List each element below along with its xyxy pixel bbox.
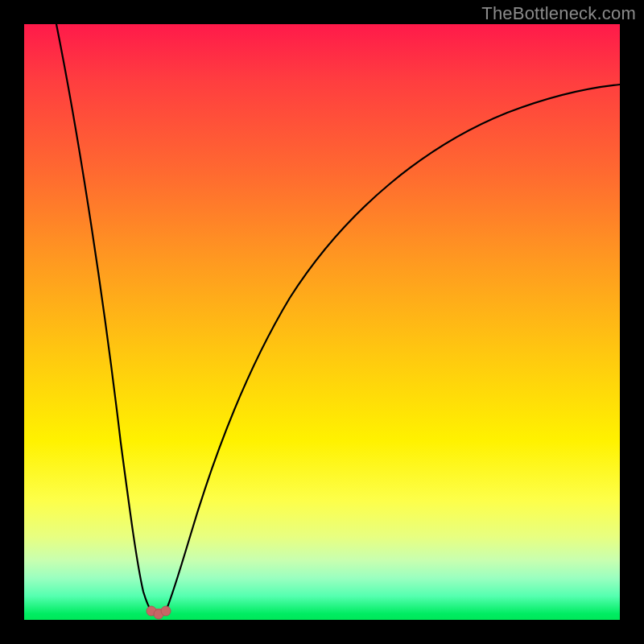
chart-svg <box>24 24 620 620</box>
marker-point-right <box>161 606 171 616</box>
curve-left-branch <box>56 24 151 611</box>
chart-frame: TheBottleneck.com <box>0 0 644 644</box>
plot-area <box>24 24 620 620</box>
watermark-text: TheBottleneck.com <box>481 3 636 24</box>
curve-right-branch <box>166 85 620 611</box>
